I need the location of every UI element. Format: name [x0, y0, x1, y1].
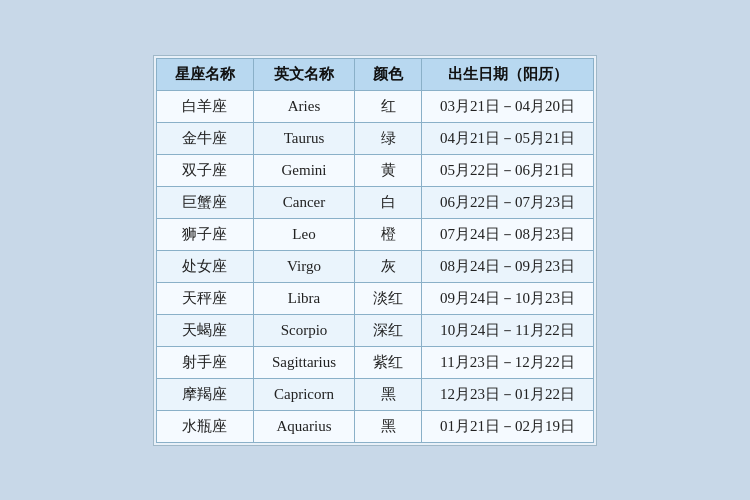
table-cell-r6-c0: 天秤座 [156, 282, 253, 314]
table-cell-r5-c1: Virgo [253, 250, 354, 282]
table-row: 天蝎座Scorpio深红10月24日－11月22日 [156, 314, 593, 346]
table-cell-r2-c2: 黄 [355, 154, 422, 186]
table-cell-r4-c2: 橙 [355, 218, 422, 250]
table-row: 处女座Virgo灰08月24日－09月23日 [156, 250, 593, 282]
table-cell-r5-c2: 灰 [355, 250, 422, 282]
table-cell-r1-c1: Taurus [253, 122, 354, 154]
table-cell-r4-c0: 狮子座 [156, 218, 253, 250]
zodiac-table-wrapper: 星座名称英文名称颜色出生日期（阳历） 白羊座Aries红03月21日－04月20… [153, 55, 597, 446]
table-cell-r10-c3: 01月21日－02月19日 [422, 410, 594, 442]
table-row: 天秤座Libra淡红09月24日－10月23日 [156, 282, 593, 314]
table-cell-r3-c0: 巨蟹座 [156, 186, 253, 218]
table-cell-r1-c2: 绿 [355, 122, 422, 154]
table-cell-r3-c2: 白 [355, 186, 422, 218]
table-cell-r5-c0: 处女座 [156, 250, 253, 282]
table-header-2: 颜色 [355, 58, 422, 90]
table-row: 摩羯座Capricorn黑12月23日－01月22日 [156, 378, 593, 410]
table-cell-r7-c3: 10月24日－11月22日 [422, 314, 594, 346]
table-cell-r8-c1: Sagittarius [253, 346, 354, 378]
table-cell-r2-c1: Gemini [253, 154, 354, 186]
table-cell-r6-c3: 09月24日－10月23日 [422, 282, 594, 314]
table-header-row: 星座名称英文名称颜色出生日期（阳历） [156, 58, 593, 90]
table-row: 双子座Gemini黄05月22日－06月21日 [156, 154, 593, 186]
table-cell-r4-c3: 07月24日－08月23日 [422, 218, 594, 250]
table-cell-r2-c0: 双子座 [156, 154, 253, 186]
table-cell-r7-c2: 深红 [355, 314, 422, 346]
table-cell-r8-c2: 紫红 [355, 346, 422, 378]
table-cell-r6-c1: Libra [253, 282, 354, 314]
table-cell-r7-c0: 天蝎座 [156, 314, 253, 346]
table-header-1: 英文名称 [253, 58, 354, 90]
table-cell-r9-c0: 摩羯座 [156, 378, 253, 410]
table-cell-r10-c1: Aquarius [253, 410, 354, 442]
table-cell-r1-c0: 金牛座 [156, 122, 253, 154]
table-row: 射手座Sagittarius紫红11月23日－12月22日 [156, 346, 593, 378]
table-row: 水瓶座Aquarius黑01月21日－02月19日 [156, 410, 593, 442]
table-header-3: 出生日期（阳历） [422, 58, 594, 90]
zodiac-table: 星座名称英文名称颜色出生日期（阳历） 白羊座Aries红03月21日－04月20… [156, 58, 594, 443]
table-cell-r9-c1: Capricorn [253, 378, 354, 410]
table-cell-r0-c1: Aries [253, 90, 354, 122]
table-cell-r4-c1: Leo [253, 218, 354, 250]
table-cell-r7-c1: Scorpio [253, 314, 354, 346]
table-cell-r3-c1: Cancer [253, 186, 354, 218]
table-cell-r0-c0: 白羊座 [156, 90, 253, 122]
table-cell-r6-c2: 淡红 [355, 282, 422, 314]
table-cell-r10-c2: 黑 [355, 410, 422, 442]
table-cell-r10-c0: 水瓶座 [156, 410, 253, 442]
table-body: 白羊座Aries红03月21日－04月20日金牛座Taurus绿04月21日－0… [156, 90, 593, 442]
table-header-0: 星座名称 [156, 58, 253, 90]
table-cell-r9-c2: 黑 [355, 378, 422, 410]
table-row: 狮子座Leo橙07月24日－08月23日 [156, 218, 593, 250]
table-cell-r5-c3: 08月24日－09月23日 [422, 250, 594, 282]
table-cell-r8-c3: 11月23日－12月22日 [422, 346, 594, 378]
table-row: 白羊座Aries红03月21日－04月20日 [156, 90, 593, 122]
table-cell-r2-c3: 05月22日－06月21日 [422, 154, 594, 186]
table-row: 巨蟹座Cancer白06月22日－07月23日 [156, 186, 593, 218]
table-cell-r1-c3: 04月21日－05月21日 [422, 122, 594, 154]
table-cell-r9-c3: 12月23日－01月22日 [422, 378, 594, 410]
table-cell-r0-c3: 03月21日－04月20日 [422, 90, 594, 122]
table-cell-r0-c2: 红 [355, 90, 422, 122]
table-row: 金牛座Taurus绿04月21日－05月21日 [156, 122, 593, 154]
table-cell-r8-c0: 射手座 [156, 346, 253, 378]
table-cell-r3-c3: 06月22日－07月23日 [422, 186, 594, 218]
